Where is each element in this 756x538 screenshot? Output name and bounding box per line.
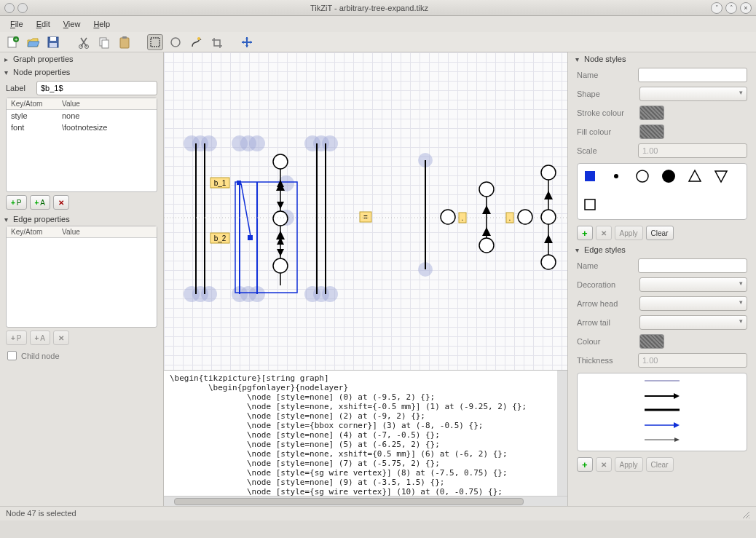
triangle-down-icon[interactable]: [713, 168, 729, 184]
node-style-remove-button: ✕: [596, 226, 612, 240]
square-icon[interactable]: [582, 197, 598, 213]
menu-edit[interactable]: Edit: [31, 17, 56, 31]
decoration-select[interactable]: [639, 277, 747, 292]
shape-select[interactable]: [639, 87, 747, 101]
move-tool-icon[interactable]: [239, 34, 255, 50]
svg-point-46: [273, 154, 288, 169]
svg-point-72: [662, 170, 675, 183]
edge-thin-line-icon[interactable]: [645, 378, 680, 387]
select-tool-icon[interactable]: [147, 34, 163, 50]
stroke-label: Stroke colour: [577, 108, 635, 117]
col-value: Value: [62, 100, 80, 108]
hscrollbar[interactable]: [164, 496, 567, 506]
graph-properties-header[interactable]: ▸ Graph properties: [0, 52, 163, 66]
edge-styles-label: Edge styles: [584, 245, 626, 254]
node-styles-header[interactable]: ▾ Node styles: [571, 52, 753, 66]
edge-properties-label: Edge properties: [13, 215, 70, 223]
add-a-button[interactable]: +A: [30, 195, 51, 210]
copy-icon[interactable]: [96, 34, 112, 50]
code-text[interactable]: \begin{tikzpicture}[string graph] \begin…: [164, 371, 557, 496]
edge-arrow-blue-icon[interactable]: [645, 422, 680, 430]
crop-tool-icon[interactable]: [208, 34, 224, 50]
new-file-icon[interactable]: +: [4, 34, 20, 50]
cell-key: font: [11, 123, 62, 132]
filled-square-icon[interactable]: [582, 168, 598, 184]
table-row[interactable]: font \footnotesize: [7, 122, 157, 133]
filled-dot-icon[interactable]: [608, 168, 624, 184]
svg-rect-73: [585, 199, 595, 210]
edge-colour-button[interactable]: [639, 334, 664, 349]
label-input[interactable]: [36, 81, 157, 95]
svg-text:b_1: b_1: [214, 179, 227, 187]
close-button[interactable]: ×: [740, 2, 752, 14]
delete-button[interactable]: ✕: [53, 195, 69, 210]
scale-input[interactable]: [638, 143, 747, 158]
edge-name-label: Name: [577, 261, 634, 270]
canvas[interactable]: b_1 b_2 = .: [164, 52, 567, 370]
svg-point-56: [441, 210, 455, 224]
node-style-add-button[interactable]: +: [577, 226, 593, 240]
fill-color-button[interactable]: [639, 124, 664, 139]
expand-down-icon: ▾: [4, 215, 13, 223]
node-style-clear-button[interactable]: Clear: [646, 226, 674, 240]
cut-icon[interactable]: [76, 34, 92, 50]
edge-style-palette[interactable]: [577, 373, 747, 451]
resize-grip-icon[interactable]: [740, 509, 750, 519]
edge-style-clear-button: Clear: [646, 457, 674, 472]
child-node-checkbox[interactable]: [7, 351, 17, 360]
code-scrollbar[interactable]: [557, 371, 567, 496]
maximize-button[interactable]: ˄: [725, 2, 737, 14]
svg-rect-11: [122, 36, 127, 39]
add-p-button[interactable]: +P: [6, 195, 27, 210]
arrow-tail-select[interactable]: [639, 315, 747, 330]
edge-styles-header[interactable]: ▾ Edge styles: [571, 243, 753, 256]
thickness-input[interactable]: [638, 353, 747, 368]
triangle-up-icon[interactable]: [687, 168, 703, 184]
circle-icon[interactable]: [634, 168, 650, 184]
edge-arrow-thin-icon[interactable]: [645, 436, 680, 445]
svg-point-67: [541, 210, 556, 224]
delete-button-disabled: ✕: [53, 331, 69, 345]
arrow-head-select[interactable]: [639, 296, 747, 311]
table-row[interactable]: style none: [7, 110, 157, 122]
minimize-button[interactable]: ˅: [711, 2, 722, 14]
menu-view-label: iew: [68, 20, 81, 28]
edge-properties-header[interactable]: ▾ Edge properties: [0, 213, 163, 226]
open-file-icon[interactable]: [25, 34, 41, 50]
menu-edit-label: dit: [42, 20, 50, 28]
edge-tool-icon[interactable]: [188, 34, 204, 50]
node-tool-icon[interactable]: [168, 34, 184, 50]
svg-text:b_2: b_2: [214, 234, 227, 242]
name-label: Name: [577, 71, 634, 79]
svg-point-31: [322, 135, 338, 151]
edge-arrow-icon[interactable]: [645, 392, 680, 401]
edge-style-add-button[interactable]: +: [577, 457, 593, 472]
svg-point-70: [614, 174, 618, 178]
scale-label: Scale: [577, 146, 634, 155]
stroke-color-button[interactable]: [639, 106, 664, 120]
edge-name-input[interactable]: [638, 258, 747, 273]
svg-rect-9: [102, 40, 109, 48]
menu-view[interactable]: View: [58, 17, 87, 31]
edge-thick-line-icon[interactable]: [645, 407, 680, 416]
node-properties-header[interactable]: ▾ Node properties: [0, 66, 163, 79]
svg-point-66: [541, 165, 556, 180]
svg-text:.: .: [462, 214, 464, 222]
svg-point-34: [322, 286, 338, 302]
node-properties-table[interactable]: Key/Atom Value style none font \footnote…: [6, 98, 157, 192]
svg-text:.: .: [509, 214, 511, 222]
node-name-input[interactable]: [638, 68, 747, 82]
menu-file[interactable]: File: [4, 17, 29, 31]
node-properties-label: Node properties: [13, 68, 70, 76]
svg-point-17: [201, 135, 217, 151]
node-style-palette[interactable]: [577, 163, 747, 220]
save-file-icon[interactable]: [45, 34, 61, 50]
paste-icon[interactable]: [117, 34, 133, 50]
menu-help[interactable]: Help: [87, 17, 116, 31]
edge-properties-table[interactable]: Key/Atom Value: [6, 226, 157, 328]
filled-circle-icon[interactable]: [661, 168, 677, 184]
svg-text:+: +: [15, 36, 18, 43]
cell-value: none: [62, 111, 79, 120]
svg-rect-43: [237, 181, 241, 185]
svg-point-14: [197, 37, 200, 40]
